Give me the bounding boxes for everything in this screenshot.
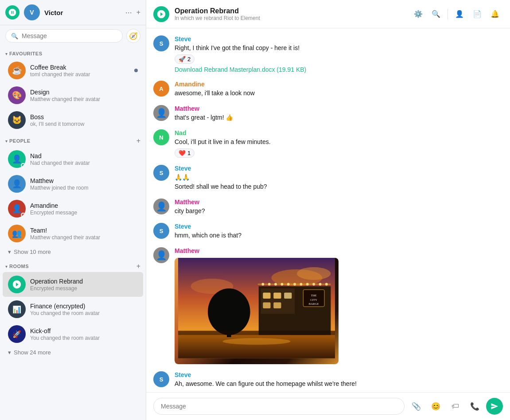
msg-content-nad: Nad Cool, i'll put it live in a few minu… <box>175 129 503 158</box>
msg-text: Cool, i'll put it live in a few minutes. <box>175 137 503 147</box>
rooms-section-header[interactable]: ▾ ROOMS + <box>0 258 146 272</box>
explore-button[interactable]: 🧭 <box>126 29 140 43</box>
room-name: Coffee Break <box>30 64 130 71</box>
notifications-button[interactable]: 🔔 <box>487 6 503 22</box>
sidebar-header: V Victor ··· + <box>0 0 146 25</box>
svg-point-14 <box>261 283 264 286</box>
msg-content-matthew-3: Matthew <box>175 247 503 364</box>
sidebar-content: ▾ FAVOURITES ☕ Coffee Break toml changed… <box>0 47 146 420</box>
room-subtitle: Encrypted message <box>30 285 138 292</box>
msg-avatar-nad: N <box>153 129 169 145</box>
room-subtitle: Encrypted message <box>30 210 138 216</box>
chat-input-area: 📎 😊 🏷 📞 <box>146 392 510 420</box>
room-item-operation-rebrand[interactable]: Operation Rebrand Encrypted message <box>3 272 143 297</box>
sidebar: V Victor ··· + 🔍 🧭 ▾ FAVOURITES ☕ <box>0 0 146 420</box>
favourite-item-boss[interactable]: 🐱 Boss ok, I'll send it tomorrow <box>3 108 143 132</box>
member-list-button[interactable]: 👤 <box>452 6 467 22</box>
room-subtitle: Matthew joined the room <box>30 185 138 191</box>
settings-button[interactable]: ⚙️ <box>410 6 426 22</box>
message-group-steve-2: S Steve 🙏🙏 Sorted! shall we head to the … <box>153 165 503 191</box>
rooms-label: ROOMS <box>9 264 136 269</box>
msg-text: city barge? <box>175 206 503 216</box>
msg-reaction-nad[interactable]: ❤️ 1 <box>175 148 195 158</box>
sidebar-menu-icon[interactable]: ··· <box>125 8 132 17</box>
room-name: Finance (encrypted) <box>30 303 138 310</box>
msg-emoji-line: 🙏🙏 <box>175 173 503 182</box>
show-more-people-chevron: ▾ <box>8 249 11 255</box>
attachment-button[interactable]: 📎 <box>408 398 424 414</box>
svg-rect-10 <box>284 293 292 299</box>
people-item-team[interactable]: 👥 Team! Matthew changed their avatar <box>3 221 143 246</box>
add-room-button[interactable]: + <box>136 262 140 270</box>
msg-reaction[interactable]: 🚀 2 <box>175 54 195 64</box>
msg-sender: Amandine <box>175 81 503 88</box>
favourites-section-header[interactable]: ▾ FAVOURITES <box>0 47 146 58</box>
people-section-header[interactable]: ▾ PEOPLE + <box>0 132 146 147</box>
msg-sender: Steve <box>175 35 503 43</box>
svg-point-16 <box>274 283 277 286</box>
room-info-coffee-break: Coffee Break toml changed their avatar <box>30 64 130 78</box>
svg-text:CITY: CITY <box>310 298 317 301</box>
room-name: Amandine <box>30 202 138 209</box>
svg-point-5 <box>222 338 290 345</box>
search-section: 🔍 🧭 <box>0 25 146 47</box>
search-icon: 🔍 <box>11 33 18 39</box>
people-item-matthew[interactable]: 👤 Matthew Matthew joined the room <box>3 171 143 196</box>
msg-sender: Matthew <box>175 105 503 112</box>
favourites-label: FAVOURITES <box>9 51 140 56</box>
favourite-item-coffee-break[interactable]: ☕ Coffee Break toml changed their avatar <box>3 58 143 83</box>
msg-text: hmm, which one is that? <box>175 231 503 240</box>
msg-sender: Nad <box>175 129 503 136</box>
room-subtitle: You changed the room avatar <box>30 310 138 316</box>
message-input[interactable] <box>153 398 405 415</box>
people-item-amandine[interactable]: 👤 Amandine Encrypted message <box>3 196 143 221</box>
header-divider <box>448 9 448 19</box>
room-info-operation-rebrand: Operation Rebrand Encrypted message <box>30 278 138 292</box>
favourite-item-design[interactable]: 🎨 Design Matthew changed their avatar <box>3 83 143 108</box>
chat-header: Operation Rebrand In which we rebrand Ri… <box>146 0 510 28</box>
sticker-button[interactable]: 🏷 <box>447 398 463 414</box>
add-room-button[interactable]: + <box>136 8 140 16</box>
call-button[interactable]: 📞 <box>467 398 483 414</box>
msg-text: awesome, i'll take a look now <box>175 89 503 98</box>
favourites-chevron: ▾ <box>5 51 8 56</box>
chat-room-desc: In which we rebrand Riot to Element <box>175 15 405 21</box>
svg-point-15 <box>268 283 271 286</box>
room-item-kickoff[interactable]: 🚀 Kick-off You changed the room avatar <box>3 322 143 346</box>
search-button[interactable]: 🔍 <box>428 6 444 22</box>
send-button[interactable] <box>486 398 503 415</box>
svg-point-2 <box>297 267 331 280</box>
search-input[interactable] <box>22 32 117 39</box>
msg-avatar-steve: S <box>153 35 169 51</box>
file-download-link[interactable]: Download Rebrand Masterplan.docx (19.91 … <box>175 66 306 73</box>
show-more-rooms[interactable]: ▾ Show 24 more <box>3 346 143 358</box>
svg-text:THE: THE <box>311 294 317 297</box>
emoji-button[interactable]: 😊 <box>428 398 444 414</box>
add-person-button[interactable]: + <box>136 137 140 145</box>
people-chevron: ▾ <box>5 139 8 144</box>
search-box[interactable]: 🔍 <box>5 29 123 43</box>
show-more-people[interactable]: ▾ Show 10 more <box>3 246 143 258</box>
msg-text: that's great - lgtm! 👍 <box>175 113 503 122</box>
city-barge-image[interactable]: THE CITY BARGE <box>175 258 339 364</box>
room-avatar-coffee-break: ☕ <box>8 62 26 79</box>
svg-point-21 <box>306 283 309 286</box>
msg-content-matthew-1: Matthew that's great - lgtm! 👍 <box>175 105 503 122</box>
room-name: Team! <box>30 227 138 234</box>
room-name: Kick-off <box>30 327 138 334</box>
files-button[interactable]: 📄 <box>469 6 485 22</box>
msg-content-steve-1: Steve Right, I think I've got the final … <box>175 35 503 74</box>
message-group-nad: N Nad Cool, i'll put it live in a few mi… <box>153 129 503 158</box>
send-icon <box>491 402 498 410</box>
msg-text: Ah, awesome. We can figure out the homep… <box>175 379 503 389</box>
svg-rect-11 <box>263 303 270 308</box>
people-list: 👤 Nad Nad changed their avatar 👤 Matthew… <box>0 147 146 246</box>
chat-room-info: Operation Rebrand In which we rebrand Ri… <box>175 7 405 21</box>
show-more-rooms-label: Show 24 more <box>14 349 51 356</box>
room-subtitle: ok, I'll send it tomorrow <box>30 121 138 127</box>
room-item-finance[interactable]: 📊 Finance (encrypted) You changed the ro… <box>3 297 143 322</box>
msg-avatar-matthew: 👤 <box>153 105 169 121</box>
sidebar-username: Victor <box>44 9 121 16</box>
avatar-kickoff: 🚀 <box>8 325 26 343</box>
people-item-nad[interactable]: 👤 Nad Nad changed their avatar <box>3 147 143 171</box>
